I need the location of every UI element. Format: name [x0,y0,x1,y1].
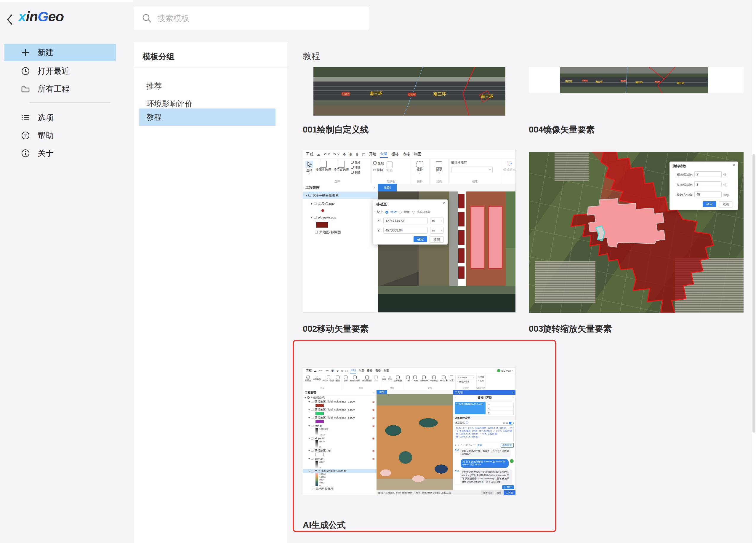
map-area: 地图 [377,390,453,490]
menu-tab-raster: 栅格 [366,368,373,373]
y-unit-select: m˅ [430,227,444,233]
copy-icon [373,161,377,164]
ribbon-item: 选择 [344,379,348,382]
operator: * [461,444,462,447]
sidebar-item-recent[interactable]: 打开最近 [4,63,116,80]
radio-icon [412,211,415,214]
project-window-icon [406,376,410,379]
layer-combobox: ˅ [451,166,493,173]
operator: + [455,444,456,447]
sidebar-item-label: 帮助 [38,130,54,141]
raster-canvas [377,394,453,490]
ribbon-item: 导入XY数据 [323,379,334,382]
ribbon-edit-vertex: 编辑折点 [503,168,515,172]
ribbon: 选择˅ 按属性选择 按位置选择 属性 清除 删除 选择 [303,159,515,184]
selected-feature [458,266,465,279]
sidebar-item-all-projects[interactable]: 所有工程 [4,80,116,97]
ribbon-item: 支持 [480,380,484,382]
template-label-ai[interactable]: AI生成公式 [303,519,346,531]
status-bar: 图层《某行政区_field_calculator_7_field_calcula… [377,490,515,495]
tool-title: 栅格计算器 [457,396,512,400]
template-label-004[interactable]: 004镜像矢量要素 [529,124,595,136]
chevron-down-icon: ˅ [512,370,513,372]
cursor-icon [344,376,347,379]
group-item-recommended[interactable]: 推荐 [139,77,276,94]
ribbon-group-query: ✎测量 ◎定位 坐标转换 查询 [380,374,404,390]
sidebar-item-about[interactable]: 关于 [4,145,116,162]
ribbon-attributes: 属性 [355,161,361,164]
layer-icon: ❏ [315,230,318,234]
close-icon: × [373,391,375,394]
search-input[interactable]: 搜索模板 [134,7,369,30]
method-label: 方法: [376,210,383,214]
template-label-001[interactable]: 001绘制自定义线 [303,124,369,136]
ramp-max: 1019.89 [319,428,328,430]
support-icon: ◔ [478,380,479,382]
group-item-tutorial[interactable]: 教程 [139,108,276,126]
eye-icon: ◉ [372,457,375,460]
tree-item: 天地图-影像图 [319,230,341,234]
road-label: 南三环 [433,92,446,97]
menu-tab-vector: 矢量 [358,368,364,373]
scrollbar-track[interactable] [752,0,756,543]
ribbon-item: 按位置选择 [362,379,372,382]
road-label: 南三环 [565,80,572,83]
help-circle-icon: ◔ [512,396,514,399]
scrollbar-thumb[interactable] [752,154,755,433]
sidebar-item-help[interactable]: ? 帮助 [4,127,116,144]
ribbon-item: 创建 [336,379,340,382]
rotate-angle-unit: deg [723,193,729,196]
ribbon-item: AI操作台 [430,379,438,382]
tree-item: 某行政区.pgv [315,449,331,453]
eye-icon: ◉ [372,416,375,419]
ribbon: 背景图 ☁添加数据 导入XY数据 创建 数据 选择 按属性选择 按位置选择 清除… [303,374,515,390]
ramp-max: 2277 [319,461,325,463]
template-thumbnail-003[interactable]: 旋转缩放 × 横向缩放比: 2 倍 纵向缩放比: 2 倍 旋转方位角: 45 d… [529,152,744,313]
svg-text:?: ? [24,133,27,138]
template-thumbnail-002[interactable]: 工程 ☁ ↶ ˅ ↷ ˅ ✥ ⊕ ⊖ ▢ 开始 矢量 栅格 表格 制图 选择˅ [303,150,516,313]
ribbon-topology: 拓扑 [417,168,423,172]
menu-tab-layout: 制图 [383,368,389,373]
search-icon [142,13,152,23]
polygon-symbol [315,404,324,407]
ribbon-group-label: 选择 [303,180,371,183]
back-button[interactable] [5,13,14,26]
template-label-003[interactable]: 003旋转缩放矢量要素 [529,323,612,335]
road-badge: G107 [655,81,660,83]
template-thumbnail-001[interactable]: G107 G107 南三环 南三环 南三环 [313,67,505,116]
sidebar-item-options[interactable]: 选项 [4,109,116,126]
ribbon-cut: 剪切 [377,168,383,172]
ribbon-group-tools: 编辑折点 移动至 拆分 工具 [501,159,515,184]
question-icon: ? [21,131,30,140]
ribbon-item: 背景图 [305,379,311,382]
ribbon-select: 选择 [306,168,313,172]
scale-x-input: 2 [694,171,722,177]
bot-message: 使用指定两波段归一化差值比和值计算NDVI： result = (空飞-多波段栅… [460,470,512,484]
sidebar-item-new[interactable]: 新建 [4,44,116,61]
ribbon-paste: 粘贴 [386,168,393,172]
caret-down-icon: ▾ [311,201,313,206]
road-label: 南三环 [595,80,603,83]
project-panel: 工程管理 × ▾ 002平移矢量要素 ▾❏ 参考点.pgv ▾❏ ploygon… [303,184,378,313]
ribbon-item: 坐标转换 [394,379,402,382]
rotate-angle-input: 45 [694,191,722,197]
ramp-tick: 19648 [319,473,326,475]
pan-icon: ✥ [343,152,346,156]
group-item-label: 环境影响评价 [146,99,193,109]
groups-title: 模板分组 [142,51,174,62]
template-label-002[interactable]: 002移动矢量要素 [303,323,369,335]
bot-message: 你好，我是AI生成公式助手，有什么可以帮助你的吗？ [460,449,511,457]
operator: % [469,444,472,447]
ribbon-group-label: 捕捉 [430,180,449,183]
template-thumbnail-004[interactable]: 南三环 南三环 南三环 南三环 G107 G107 G107 [529,67,744,93]
tree-item: 002平移矢量要素 [313,193,339,198]
highlighted-polygon [488,206,502,269]
selected-feature [458,248,465,263]
delete-icon [351,171,354,174]
template-thumbnail-ai[interactable]: 工程 ☁ ↶˅ ↷˅ ✥ ⊕ ⊖ ▢ 开始 矢量 栅格 表格 制图 s(2)yq… [303,367,516,495]
back-arrow-icon: ← [455,396,457,399]
ribbon-group-label: 查询 [380,387,404,390]
menubar: 工程 ☁ ↶˅ ↷˅ ✥ ⊕ ⊖ ▢ 开始 矢量 栅格 表格 制图 s(2)yq… [303,368,515,374]
settings-icon [450,376,453,379]
create-icon [336,376,339,379]
